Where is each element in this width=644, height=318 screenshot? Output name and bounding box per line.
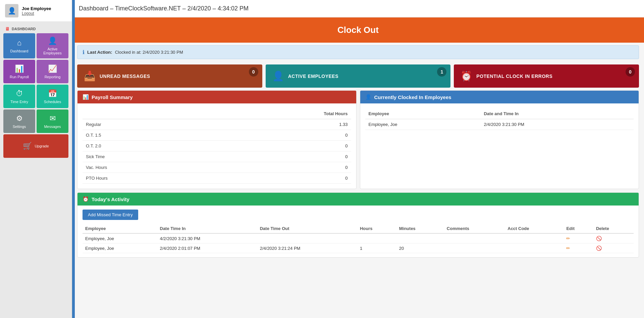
payroll-panel-body: Total Hours Regular 1.33 O.T. 1.5 0 O.T.… [77,103,356,189]
clocked-in-panel: 👤 Currently Clocked In Employees Employe… [360,90,639,189]
stat-left: 👤 ACTIVE EMPLOYEES [272,71,338,82]
dashboard-nav-label: 🖥 DASHBOARD [2,24,70,33]
sidebar-item-reporting[interactable]: 📈 Reporting [37,60,68,83]
activity-row-minutes [396,233,444,243]
calendar-icon: 📅 [48,89,57,98]
stat-badge-errors: 0 [626,67,635,77]
payroll-row-label: Regular [83,119,212,130]
activity-row-employee: Employee, Joe [83,233,157,243]
sidebar-item-label: Active Employees [38,47,67,55]
stat-card-errors[interactable]: ⏰ POTENTIAL CLOCK IN ERRORS 0 [454,64,639,88]
delete-icon[interactable]: 🚫 [596,245,602,251]
activity-col-comments: Comments [444,224,505,233]
sidebar-item-label: Run Payroll [10,75,29,79]
user-clock-icon: 👤 [365,94,372,100]
table-row: Employee, Joe 2/4/2020 3:21:30 PM [365,119,634,130]
table-row: PTO Hours 0 [83,173,351,184]
sidebar-item-label: Time Entry [10,100,28,104]
activity-row-comments [444,233,505,243]
last-action-bar: ℹ Last Action: Clocked in at: 2/4/2020 3… [77,45,639,59]
activity-col-acct: Acct Code [505,224,564,233]
activity-row-hours: 1 [357,243,396,253]
sidebar-item-upgrade[interactable]: 🛒 Upgrade [3,134,68,158]
activity-col-hours: Hours [357,224,396,233]
sidebar-item-label: Dashboard [10,49,29,53]
table-row: O.T. 1.5 0 [83,130,351,141]
left-accent-bar [72,0,75,318]
edit-icon[interactable]: ✏ [566,245,570,251]
payroll-row-label: Vac. Hours [83,162,212,173]
activity-body: Add Missed Time Entry Employee Date Time… [77,206,639,257]
payroll-row-value: 0 [212,141,351,151]
clocked-in-header-label: Currently Clocked In Employees [374,94,451,100]
table-row: Employee, Joe 2/4/2020 2:01:07 PM 2/4/20… [83,243,634,253]
table-row: Vac. Hours 0 [83,162,351,173]
page-header: Dashboard – TimeClockSoftware.NET – 2/4/… [72,0,644,17]
last-action-text: Clocked in at: 2/4/2020 3:21:30 PM [115,50,183,55]
inbox-icon: 📥 [84,71,96,82]
payroll-row-label: PTO Hours [83,173,212,184]
activity-header-label: Today's Activity [92,196,129,202]
activity-row-comments [444,243,505,253]
clocked-row-datetime: 2/4/2020 3:21:30 PM [480,119,634,130]
stat-label: POTENTIAL CLOCK IN ERRORS [476,74,552,79]
user-name: Joe Employee [22,6,51,11]
nav-grid: ⌂ Dashboard 👤 Active Employees 📊 Run Pay… [2,33,70,133]
sidebar-item-schedules[interactable]: 📅 Schedules [37,85,68,108]
stat-badge-active: 1 [437,67,446,77]
clock-out-button[interactable]: Clock Out [72,17,644,43]
clocked-row-employee: Employee, Joe [365,119,481,130]
activity-row-acct [505,243,564,253]
envelope-icon: ✉ [50,114,56,123]
payroll-header-label: Payroll Summary [92,94,133,100]
payroll-row-value: 0 [212,151,351,162]
clock-icon: ⏱ [16,89,23,98]
activity-row-minutes: 20 [396,243,444,253]
activity-row-timeout [257,233,357,243]
chart-bar-icon: 📊 [15,64,24,73]
activity-col-timein: Date Time In [157,224,257,233]
clocked-table: Employee Date and Time In Employee, Joe … [365,108,634,130]
table-row: Sick Time 0 [83,151,351,162]
activity-edit-cell: ✏ [564,243,593,253]
activity-row-timein: 4/2/2020 3:21:30 PM [157,233,257,243]
gear-icon: ⚙ [16,114,23,123]
activity-col-delete: Delete [593,224,634,233]
activity-col-minutes: Minutes [396,224,444,233]
activity-row-hours [357,233,396,243]
main-content: Dashboard – TimeClockSoftware.NET – 2/4/… [72,0,644,318]
logout-link[interactable]: Logout [22,11,51,16]
stat-label: UNREAD MESSAGES [100,74,150,79]
sidebar-item-label: Schedules [44,100,61,104]
clocked-in-panel-header: 👤 Currently Clocked In Employees [360,91,639,103]
sidebar-item-settings[interactable]: ⚙ Settings [3,109,35,133]
avatar: 👤 [5,4,18,17]
payroll-row-label: O.T. 1.5 [83,130,212,141]
activity-delete-cell: 🚫 [593,243,634,253]
sidebar-item-active-employees[interactable]: 👤 Active Employees [37,33,68,58]
sidebar-item-label: Settings [13,125,26,129]
sidebar-item-time-entry[interactable]: ⏱ Time Entry [3,85,35,108]
edit-icon[interactable]: ✏ [566,236,570,241]
user-info: Joe Employee Logout [22,6,51,16]
sidebar-item-messages[interactable]: ✉ Messages [37,109,68,133]
activity-delete-cell: 🚫 [593,233,634,243]
add-missed-time-button[interactable]: Add Missed Time Entry [83,210,138,220]
payroll-row-value: 1.33 [212,119,351,130]
payroll-row-value: 0 [212,162,351,173]
alarm-icon: ⏰ [461,71,472,82]
activity-header: ⏰ Today's Activity [77,193,639,206]
delete-icon[interactable]: 🚫 [596,236,602,241]
page-title: Dashboard – TimeClockSoftware.NET – 2/4/… [79,5,249,12]
chart-line-icon: 📈 [48,64,57,73]
chart-icon: 📊 [83,94,89,100]
activity-row-timein: 2/4/2020 2:01:07 PM [157,243,257,253]
stat-card-messages[interactable]: 📥 UNREAD MESSAGES 0 [77,64,262,88]
clocked-col-employee: Employee [365,108,481,119]
payroll-panel: 📊 Payroll Summary Total Hours Regular 1.… [77,90,357,189]
stat-label: ACTIVE EMPLOYEES [288,74,338,79]
sidebar-item-run-payroll[interactable]: 📊 Run Payroll [3,60,35,83]
sidebar-item-dashboard[interactable]: ⌂ Dashboard [3,33,35,58]
activity-edit-cell: ✏ [564,233,593,243]
stat-card-active-employees[interactable]: 👤 ACTIVE EMPLOYEES 1 [266,64,451,88]
